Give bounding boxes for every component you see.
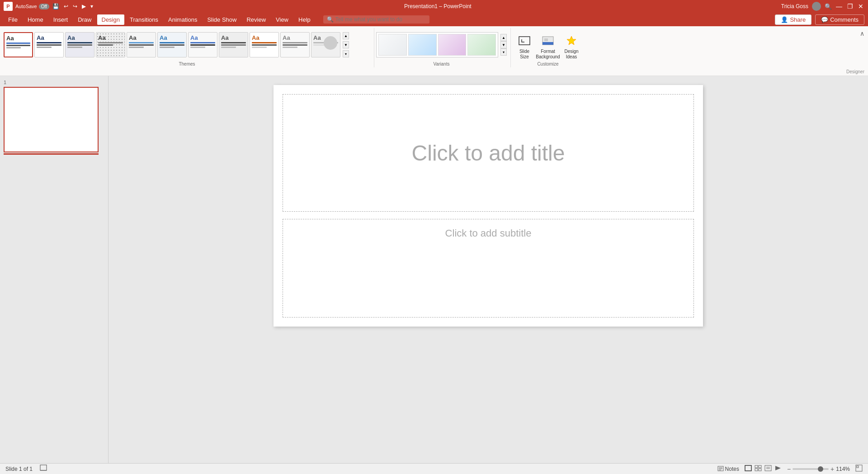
normal-view-btn[interactable] xyxy=(745,465,752,473)
slide-progress-bar xyxy=(4,153,99,155)
theme-1[interactable]: Aa xyxy=(34,32,64,57)
svg-rect-15 xyxy=(759,469,761,471)
comments-button[interactable]: 💬 Comments xyxy=(815,14,864,25)
search-input[interactable] xyxy=(335,16,426,23)
svg-rect-2 xyxy=(542,42,553,45)
slide-subtitle-placeholder[interactable]: Click to add subtitle xyxy=(283,219,694,318)
design-ideas-button[interactable]: Design Ideas xyxy=(560,32,583,62)
minimize-btn[interactable]: — xyxy=(835,3,843,10)
theme-9[interactable]: Aa xyxy=(280,32,310,57)
slide-thumbnail[interactable] xyxy=(4,87,99,152)
variants-scroll-up[interactable]: ▲ xyxy=(500,34,507,41)
themes-items: Aa Aa Aa xyxy=(4,28,349,62)
slide-size-button[interactable]: Slide Size xyxy=(513,32,536,62)
menu-bar: File Home Insert Draw Design Transitions… xyxy=(0,13,868,26)
menu-design[interactable]: Design xyxy=(97,14,124,25)
theme-scroll-down[interactable]: ▼ xyxy=(343,41,349,48)
undo-btn[interactable]: ↩ xyxy=(62,2,70,10)
svg-rect-11 xyxy=(745,465,751,471)
designer-collapse-btn[interactable]: ∧ xyxy=(860,28,864,67)
zoom-level: 114% xyxy=(836,466,850,472)
format-background-icon xyxy=(541,33,555,48)
format-background-label: Format Background xyxy=(536,49,560,60)
svg-rect-14 xyxy=(755,469,758,471)
zoom-slider-thumb[interactable] xyxy=(818,466,823,472)
theme-10[interactable]: Aa xyxy=(311,32,340,57)
search-box[interactable]: 🔍 xyxy=(323,15,429,24)
autosave-toggle[interactable]: Off xyxy=(39,4,49,9)
reading-view-btn[interactable] xyxy=(764,465,772,473)
themes-scroll[interactable]: ▲ ▼ ▾ xyxy=(343,32,349,57)
slide-info: Slide 1 of 1 xyxy=(5,466,33,472)
variant-3[interactable] xyxy=(438,34,467,56)
menu-insert[interactable]: Insert xyxy=(49,14,73,25)
slide-size-label: Slide Size xyxy=(514,49,534,60)
close-btn[interactable]: ✕ xyxy=(857,3,864,10)
menu-view[interactable]: View xyxy=(271,14,293,25)
fit-zoom-btn[interactable] xyxy=(855,465,863,473)
view-buttons xyxy=(745,465,782,473)
theme-8[interactable]: Aa xyxy=(250,32,279,57)
slide-canvas[interactable]: Click to add title Click to add subtitle xyxy=(274,85,703,327)
svg-rect-3 xyxy=(544,38,548,41)
variant-2[interactable] xyxy=(408,34,437,56)
variant-4[interactable] xyxy=(467,34,496,56)
menu-animations[interactable]: Animations xyxy=(164,14,202,25)
theme-scroll-more[interactable]: ▾ xyxy=(343,50,349,57)
menu-help[interactable]: Help xyxy=(294,14,315,25)
svg-rect-16 xyxy=(765,465,771,471)
variant-1[interactable] xyxy=(378,34,407,56)
variants-group: ▲ ▼ ▾ Variants xyxy=(376,28,511,67)
slide-number: 1 xyxy=(4,80,104,85)
share-label: Share xyxy=(790,16,806,23)
zoom-slider[interactable] xyxy=(793,468,829,470)
theme-6[interactable]: Aa xyxy=(188,32,217,57)
theme-2[interactable]: Aa xyxy=(65,32,94,57)
zoom-out-btn[interactable]: − xyxy=(787,465,791,473)
theme-4[interactable]: Aa xyxy=(127,32,156,57)
menu-home[interactable]: Home xyxy=(23,14,48,25)
notes-btn[interactable]: Notes xyxy=(717,466,739,472)
menu-file[interactable]: File xyxy=(4,14,22,25)
menu-review[interactable]: Review xyxy=(242,14,270,25)
slideshow-btn[interactable] xyxy=(774,465,782,473)
ribbon-footer: Designer xyxy=(0,67,868,76)
qa-more-btn[interactable]: ▾ xyxy=(89,2,94,10)
share-button[interactable]: 👤 Share xyxy=(775,14,811,25)
notes-label: Notes xyxy=(725,466,739,472)
design-ideas-icon xyxy=(564,33,579,48)
share-icon: 👤 xyxy=(781,16,788,23)
menu-draw[interactable]: Draw xyxy=(73,14,96,25)
zoom-in-btn[interactable]: + xyxy=(830,465,834,473)
save-btn[interactable]: 💾 xyxy=(51,2,61,10)
themes-group: Aa Aa Aa xyxy=(4,28,374,67)
variants-items: ▲ ▼ ▾ xyxy=(376,28,507,62)
svg-rect-0 xyxy=(519,37,530,45)
design-ideas-label: Design Ideas xyxy=(561,49,581,60)
restore-btn[interactable]: ❐ xyxy=(846,3,854,10)
slide-sorter-btn[interactable] xyxy=(755,465,762,473)
window-title: Presentation1 – PowerPoint xyxy=(94,3,781,9)
variants-label: Variants xyxy=(376,62,507,67)
theme-dots[interactable]: Aa xyxy=(96,32,125,57)
theme-5[interactable]: Aa xyxy=(157,32,187,57)
variants-scroll-more[interactable]: ▾ xyxy=(500,48,507,56)
menu-slideshow[interactable]: Slide Show xyxy=(203,14,241,25)
theme-7[interactable]: Aa xyxy=(219,32,248,57)
theme-scroll-up[interactable]: ▲ xyxy=(343,32,349,39)
menu-transitions[interactable]: Transitions xyxy=(125,14,163,25)
format-background-button[interactable]: Format Background xyxy=(536,32,560,62)
ribbon-footer-right: Designer xyxy=(846,69,864,74)
present-btn[interactable]: ▶ xyxy=(80,2,87,10)
status-bar: Slide 1 of 1 Notes xyxy=(0,463,868,474)
variants-box[interactable] xyxy=(376,32,498,57)
slide-title-placeholder[interactable]: Click to add title xyxy=(283,94,694,212)
redo-btn[interactable]: ↪ xyxy=(71,2,79,10)
theme-office[interactable]: Aa xyxy=(4,32,33,57)
customize-label: Customize xyxy=(513,62,583,67)
fit-slide-btn[interactable] xyxy=(40,465,47,473)
search-btn[interactable]: 🔍 xyxy=(825,3,832,10)
variants-scroll-down[interactable]: ▼ xyxy=(500,41,507,48)
ribbon-collapse-icon[interactable]: ∧ xyxy=(860,30,864,37)
slide-size-icon xyxy=(517,33,532,48)
